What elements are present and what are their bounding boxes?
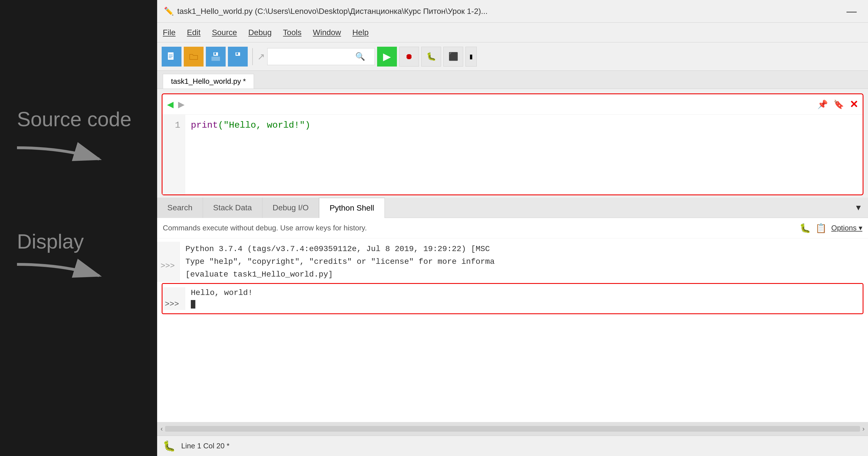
scroll-track[interactable] [165,426,860,432]
tab-search-label: Search [167,203,192,212]
shell-prompt-1: >>> [160,262,176,270]
code-editor-area: ◀ ▶ 📌 🔖 ✕ 1 print("Hello, world!") [162,93,864,195]
display-arrow-container [11,259,157,284]
toolbar: ↗ 🔍 ▶ ⏺ 🐛 ⬛ ▮ [157,42,868,71]
tab-stack-data[interactable]: Stack Data [203,198,262,218]
record-button[interactable]: ⏺ [399,47,419,67]
shell-prompt-2-gutter: >>> [162,299,185,310]
shell-output-lines: >>> Python 3.7.4 (tags/v3.7.4:e09359112e… [157,238,868,282]
shell-input-box: Hello, world! >>> [162,283,864,314]
title-text: ✏️ task1_Hello_world.py (C:\Users\Lenovo… [164,6,488,16]
svg-rect-9 [212,57,220,61]
cursor-blink [191,300,195,308]
menu-bar: File Edit Source Debug Tools Window Help [157,23,868,42]
tab-debug-io[interactable]: Debug I/O [262,198,319,218]
pin-icon: 📌 [817,99,828,109]
shell-prompt-row[interactable]: >>> [162,299,863,310]
svg-rect-12 [237,53,238,55]
bookmark-icon: 🔖 [833,99,844,109]
shell-add-icon: 📋 [815,223,827,233]
tab-stack-data-label: Stack Data [213,203,252,212]
horizontal-scrollbar[interactable]: ‹ › [157,422,868,435]
bottom-panel: Search Stack Data Debug I/O Python Shell… [157,198,868,435]
code-lines[interactable]: print("Hello, world!") [185,115,863,194]
scroll-right-button[interactable]: › [862,425,865,433]
shell-output-1: Python 3.7.4 (tags/v3.7.4:e09359112e, Ju… [185,243,862,256]
menu-window[interactable]: Window [313,28,341,37]
menu-debug[interactable]: Debug [248,28,272,37]
open-file-icon [189,52,199,62]
code-toolbar-left: ◀ ▶ [167,99,185,109]
display-arrow-icon [11,259,107,284]
open-file-button[interactable] [184,47,204,67]
shell-hello-row: Hello, world! [162,287,863,299]
ide-panel: ✏️ task1_Hello_world.py (C:\Users\Lenovo… [157,0,868,456]
status-text: Line 1 Col 20 * [181,442,229,450]
save-as-icon [233,52,243,62]
menu-tools[interactable]: Tools [283,28,302,37]
shell-output-4: Hello, world! [191,288,252,297]
left-panel: Source code Display [0,0,157,456]
shell-bug-icon: 🐛 [800,223,811,233]
extra-button[interactable]: ▮ [465,47,477,67]
forward-button[interactable]: ▶ [178,99,185,109]
display-label: Display [17,230,157,253]
shell-text: Python 3.7.4 (tags/v3.7.4:e09359112e, Ju… [180,242,868,282]
shell-active-input[interactable] [185,299,863,310]
menu-help[interactable]: Help [352,28,369,37]
tab-debug-io-label: Debug I/O [273,203,309,212]
shell-hello-output: Hello, world! [185,287,863,298]
close-icon[interactable]: ✕ [849,98,858,110]
toolbar-search-box: 🔍 [267,48,375,65]
tab-search[interactable]: Search [157,198,203,218]
menu-edit[interactable]: Edit [187,28,200,37]
shell-hello-gutter [162,287,185,299]
stop-button[interactable]: ⬛ [443,47,463,67]
menu-file[interactable]: File [163,28,176,37]
debug-button[interactable]: 🐛 [421,47,441,67]
source-code-label: Source code [17,107,157,131]
run-button[interactable]: ▶ [377,47,397,67]
save-icon [211,52,221,62]
code-editor-toolbar: ◀ ▶ 📌 🔖 ✕ [162,94,863,115]
new-file-icon [166,52,177,62]
line-number-1: 1 [175,120,180,130]
new-file-button[interactable] [162,47,182,67]
cursor-button[interactable]: ↗ [257,51,265,62]
code-keyword: print [191,120,218,130]
shell-output: >>> Python 3.7.4 (tags/v3.7.4:e09359112e… [157,238,868,422]
shell-prompt-2: >>> [165,300,179,308]
edit-icon: ✏️ [164,6,174,16]
search-input[interactable] [268,48,352,65]
save-button[interactable] [206,47,226,67]
shell-output-2: Type "help", "copyright", "credits" or "… [185,256,862,268]
bottom-tab-bar: Search Stack Data Debug I/O Python Shell… [157,198,868,218]
back-button[interactable]: ◀ [167,99,174,109]
status-bug-icon: 🐛 [163,440,176,452]
tab-python-shell-label: Python Shell [330,203,374,213]
scroll-left-button[interactable]: ‹ [160,425,163,433]
svg-rect-8 [214,53,216,55]
title-bar: ✏️ task1_Hello_world.py (C:\Users\Lenovo… [157,0,868,23]
shell-toolbar: Commands execute without debug. Use arro… [157,218,868,238]
minimize-button[interactable]: — [842,5,861,17]
line-numbers: 1 [162,115,185,194]
shell-options-button[interactable]: Options ▾ [831,224,862,232]
search-icon: 🔍 [352,52,368,61]
file-tab[interactable]: task1_Hello_world.py * [163,74,254,89]
menu-source[interactable]: Source [212,28,237,37]
save-as-button[interactable] [228,47,248,67]
code-content: 1 print("Hello, world!") [162,115,863,194]
source-arrow-container [11,142,157,168]
code-string: ("Hello, world!") [218,120,310,130]
tab-dropdown-icon[interactable]: ▼ [855,203,862,212]
shell-output-3: [evaluate task1_Hello_world.py] [185,268,862,281]
file-tab-bar: task1_Hello_world.py * [157,71,868,89]
status-bar: 🐛 Line 1 Col 20 * [157,435,868,456]
window-title: task1_Hello_world.py (C:\Users\Lenovo\De… [177,7,488,16]
source-arrow-icon [11,142,107,168]
code-toolbar-right: 📌 🔖 ✕ [817,98,858,110]
tab-python-shell[interactable]: Python Shell [319,198,384,218]
shell-gutter: >>> [157,242,180,282]
shell-info-text: Commands execute without debug. Use arro… [163,224,795,232]
